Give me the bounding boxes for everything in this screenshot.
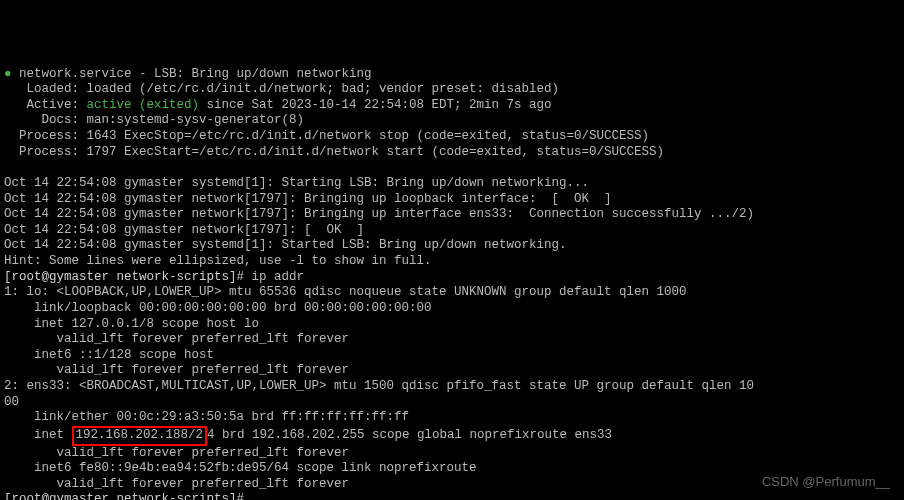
service-desc: - LSB: Bring up/down networking [132, 67, 372, 81]
prompt-line: [root@gymaster network-scripts]# [4, 492, 900, 500]
hint-line: Hint: Some lines were ellipsized, use -l… [4, 254, 900, 270]
blank-line [4, 160, 900, 176]
prompt: [root@gymaster network-scripts]# [4, 492, 244, 500]
log-line: Oct 14 22:54:08 gymaster network[1797]: … [4, 223, 900, 239]
terminal-output[interactable]: ● network.service - LSB: Bring up/down n… [4, 67, 900, 501]
log-line: Oct 14 22:54:08 gymaster systemd[1]: Sta… [4, 238, 900, 254]
highlighted-ip-line: inet 192.168.202.188/24 brd 192.168.202.… [4, 426, 900, 446]
ipaddr-line: 00 [4, 395, 900, 411]
ipaddr-line: valid_lft forever preferred_lft forever [4, 363, 900, 379]
process-line: Process: 1643 ExecStop=/etc/rc.d/init.d/… [4, 129, 900, 145]
loaded-line: Loaded: loaded (/etc/rc.d/init.d/network… [4, 82, 900, 98]
log-line: Oct 14 22:54:08 gymaster network[1797]: … [4, 207, 900, 223]
watermark: CSDN @Perfumum__ [762, 474, 890, 490]
log-line: Oct 14 22:54:08 gymaster systemd[1]: Sta… [4, 176, 900, 192]
ipaddr-line: valid_lft forever preferred_lft forever [4, 446, 900, 462]
ipaddr-line: 1: lo: <LOOPBACK,UP,LOWER_UP> mtu 65536 … [4, 285, 900, 301]
status-bullet: ● [4, 67, 12, 81]
service-name: network.service [19, 67, 132, 81]
ipaddr-line: inet6 ::1/128 scope host [4, 348, 900, 364]
ipaddr-line: valid_lft forever preferred_lft forever [4, 332, 900, 348]
active-line: Active: active (exited) since Sat 2023-1… [4, 98, 900, 114]
ipaddr-line: inet 127.0.0.1/8 scope host lo [4, 317, 900, 333]
log-line: Oct 14 22:54:08 gymaster network[1797]: … [4, 192, 900, 208]
active-status: active (exited) [87, 98, 200, 112]
ipaddr-line: 2: ens33: <BROADCAST,MULTICAST,UP,LOWER_… [4, 379, 900, 395]
process-line: Process: 1797 ExecStart=/etc/rc.d/init.d… [4, 145, 900, 161]
header-line: ● network.service - LSB: Bring up/down n… [4, 67, 900, 83]
command-input: ip addr [244, 270, 304, 284]
prompt-line: [root@gymaster network-scripts]# ip addr [4, 270, 900, 286]
prompt: [root@gymaster network-scripts]# [4, 270, 244, 284]
highlighted-ip-box: 192.168.202.188/2 [72, 426, 208, 446]
ipaddr-line: link/loopback 00:00:00:00:00:00 brd 00:0… [4, 301, 900, 317]
ipaddr-line: link/ether 00:0c:29:a3:50:5a brd ff:ff:f… [4, 410, 900, 426]
docs-line: Docs: man:systemd-sysv-generator(8) [4, 113, 900, 129]
